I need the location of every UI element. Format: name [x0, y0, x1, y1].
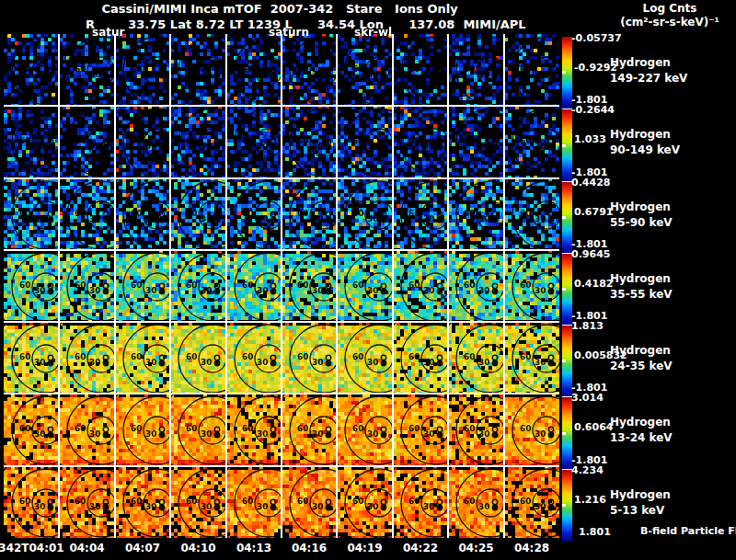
colorbar-row7: [562, 469, 572, 542]
energy-band-species: Hydrogen: [610, 272, 671, 285]
energy-band-species: Hydrogen: [610, 128, 671, 141]
energy-band-range: 55-90 keV: [610, 216, 673, 229]
colorbar-max-value: -0.2644: [571, 104, 615, 116]
time-tick-label: 04:22: [403, 542, 438, 554]
colorbar-max-value: -0.05737: [571, 32, 622, 44]
energy-band-range: 5-13 keV: [610, 504, 664, 517]
energy-band-range: 13-24 keV: [610, 431, 673, 444]
plot-title: Cassini/MIMI Inca mTOF 2007-342 Stare Io…: [0, 2, 559, 16]
colorbar-mid-value: 0.6064: [574, 421, 613, 433]
energy-band-range: 149-227 keV: [610, 72, 687, 85]
colorbar-units: Log Cnts (cm²-sr-s-keV)⁻¹: [605, 2, 734, 29]
energy-band-range: 24-35 keV: [610, 360, 673, 372]
colorbar-mid-tick: [562, 504, 566, 507]
colorbar-max-value: 3.014: [571, 392, 604, 404]
time-tick-label: 04:07: [125, 542, 160, 554]
time-tick-label: 04:10: [180, 542, 215, 554]
colorbar-units-line2: (cm²-sr-s-keV)⁻¹: [605, 16, 734, 29]
colorbar-max-value: 1.813: [571, 320, 604, 332]
energy-band-range: 90-149 keV: [610, 143, 680, 156]
time-tick-label: 04:16: [292, 542, 327, 554]
colorbar-mid-tick: [562, 432, 566, 435]
colorbar-max-value: 0.9645: [571, 248, 610, 260]
time-tick-label: 04:25: [458, 542, 493, 554]
colorbar-mid-tick: [562, 288, 566, 291]
energy-band-species: Hydrogen: [610, 56, 671, 69]
colorbar-max-value: 0.4428: [571, 177, 610, 189]
colorbar-mid-value: 1.216: [574, 494, 606, 506]
colorbar-min-value: 1.801: [579, 526, 611, 538]
annotation-label-satur: satur: [92, 26, 124, 39]
time-tick-label: 04:13: [236, 542, 271, 554]
energy-band-species: Hydrogen: [610, 488, 671, 501]
energy-band-species: Hydrogen: [610, 344, 671, 357]
spectrogram-grid: [4, 34, 559, 538]
bfield-flow-label: B-field Particle Flow: [640, 525, 736, 537]
colorbar-mid-value: 0.4182: [574, 278, 613, 290]
time-tick-label: 04:19: [347, 542, 382, 554]
colorbar-mid-tick: [562, 360, 566, 362]
annotation-label-skr-wl: skr-wl: [354, 26, 392, 39]
colorbar-mid-value: 0.6791: [574, 206, 613, 218]
colorbar-mid-tick: [562, 216, 566, 219]
time-tick-label: 342T04:01: [0, 542, 64, 554]
colorbar-mid-value: 1.033: [574, 133, 606, 145]
colorbar-units-line1: Log Cnts: [605, 2, 734, 16]
mimi-inca-display: Cassini/MIMI Inca mTOF 2007-342 Stare Io…: [0, 0, 736, 560]
colorbar-mid-tick: [562, 144, 566, 147]
energy-band-species: Hydrogen: [610, 416, 671, 429]
annotation-label-saturn: saturn: [269, 26, 309, 39]
colorbar-mid-tick: [562, 71, 566, 74]
time-tick-label: 04:04: [69, 542, 104, 554]
energy-band-species: Hydrogen: [610, 200, 671, 213]
time-tick-label: 04:28: [514, 542, 549, 554]
energy-band-range: 35-55 keV: [610, 288, 673, 301]
colorbar-max-value: 4.234: [571, 464, 604, 476]
